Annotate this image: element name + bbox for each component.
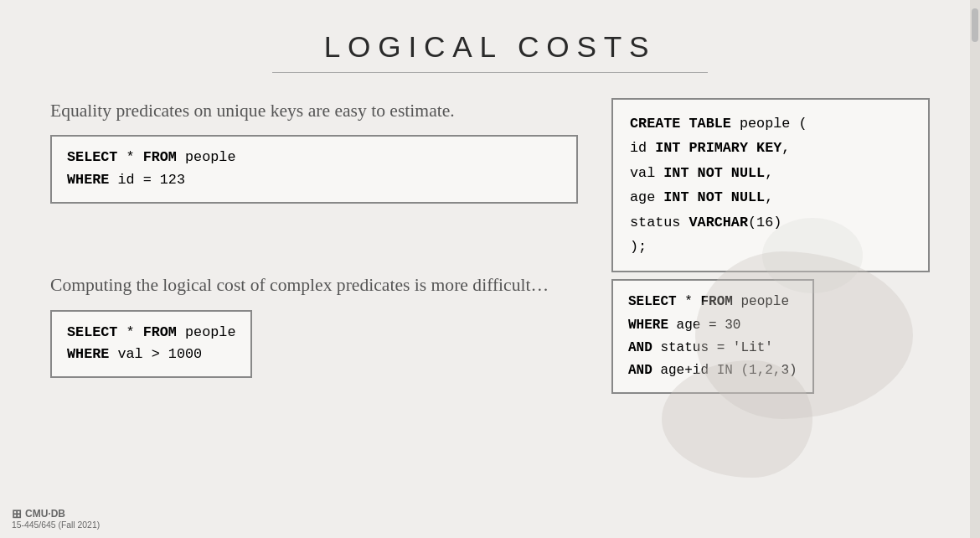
select-rest-2: * bbox=[117, 324, 142, 340]
code-line-3: SELECT * FROM people bbox=[67, 322, 235, 344]
cq-line-2: WHERE age = 30 bbox=[628, 314, 797, 337]
cq-line-3: AND status = 'Lit' bbox=[628, 337, 797, 360]
create-table-box: CREATE TABLE people ( id INT PRIMARY KEY… bbox=[611, 98, 930, 272]
where-kw-1: WHERE bbox=[67, 172, 109, 188]
ct-id-indent: id bbox=[630, 140, 655, 156]
create-table-kw: CREATE TABLE bbox=[630, 116, 731, 132]
ct-id-comma: , bbox=[781, 140, 790, 156]
ct-line-1: CREATE TABLE people ( bbox=[630, 111, 911, 136]
simple-query-box-1: SELECT * FROM people WHERE id = 123 bbox=[50, 135, 578, 204]
footer-course: 15-445/645 (Fall 2021) bbox=[12, 520, 100, 530]
footer-logo: ⊞ CMU·DB bbox=[12, 507, 100, 520]
cq-line-1: SELECT * FROM people bbox=[628, 291, 797, 313]
cmu-db-icon: ⊞ bbox=[12, 507, 22, 520]
from-kw-1: FROM bbox=[143, 149, 177, 165]
footer: ⊞ CMU·DB 15-445/645 (Fall 2021) bbox=[12, 507, 100, 530]
cq-and-kw-2: AND bbox=[628, 363, 652, 378]
from-rest-1: people bbox=[177, 149, 236, 165]
cq-where-rest: age = 30 bbox=[668, 318, 740, 333]
bottom-right-col: SELECT * FROM people WHERE age = 30 AND … bbox=[611, 272, 930, 394]
code-line-2: WHERE id = 123 bbox=[67, 169, 561, 192]
ct-line-2: id INT PRIMARY KEY, bbox=[630, 136, 911, 160]
ct-line-4: age INT NOT NULL, bbox=[630, 185, 911, 210]
cq-line-4: AND age+id IN (1,2,3) bbox=[628, 360, 797, 382]
bottom-row: Computing the logical cost of complex pr… bbox=[0, 272, 980, 401]
scrollbar[interactable] bbox=[970, 0, 980, 538]
ct-age-indent: age bbox=[630, 189, 663, 205]
scrollbar-thumb[interactable] bbox=[972, 8, 978, 42]
ct-line-6: ); bbox=[630, 235, 911, 259]
ct-close: ); bbox=[630, 239, 647, 255]
from-kw-2: FROM bbox=[143, 324, 177, 340]
where-kw-2: WHERE bbox=[67, 346, 109, 362]
ct-id-kw: INT PRIMARY KEY bbox=[655, 140, 781, 156]
ct-val-kw: INT NOT NULL bbox=[663, 165, 765, 181]
title-divider bbox=[272, 72, 708, 73]
ct-line-5: status VARCHAR(16) bbox=[630, 210, 911, 235]
cq-from-kw: FROM bbox=[700, 294, 732, 309]
cq-where-kw: WHERE bbox=[628, 318, 668, 333]
ct-status-rest: (16) bbox=[748, 215, 781, 230]
equality-text: Equality predicates on unique keys are e… bbox=[50, 98, 578, 123]
cq-from-rest: people bbox=[733, 294, 789, 309]
cq-and-rest-1: status = 'Lit' bbox=[652, 340, 773, 355]
ct-val-indent: val bbox=[630, 165, 663, 181]
from-rest-2: people bbox=[177, 324, 236, 340]
create-table-rest: people ( bbox=[731, 116, 807, 132]
left-column: Equality predicates on unique keys are e… bbox=[50, 98, 578, 272]
complex-query-box: SELECT * FROM people WHERE age = 30 AND … bbox=[611, 279, 814, 394]
cq-select-kw: SELECT bbox=[628, 294, 677, 309]
ct-val-comma: , bbox=[765, 165, 773, 181]
ct-age-comma: , bbox=[765, 189, 773, 205]
page-title: LOGICAL COSTS bbox=[0, 0, 980, 72]
select-kw-1: SELECT bbox=[67, 149, 117, 165]
ct-status-kw: VARCHAR bbox=[689, 215, 749, 230]
right-column-top: CREATE TABLE people ( id INT PRIMARY KEY… bbox=[611, 98, 930, 272]
complex-text: Computing the logical cost of complex pr… bbox=[50, 272, 578, 297]
cq-and-kw-1: AND bbox=[628, 340, 652, 355]
where-rest-2: val > 1000 bbox=[109, 346, 202, 362]
ct-status-indent: status bbox=[630, 215, 689, 230]
cq-select-rest: * bbox=[677, 294, 701, 309]
ct-age-kw: INT NOT NULL bbox=[663, 189, 765, 205]
select-kw-2: SELECT bbox=[67, 324, 117, 340]
bottom-left-col: Computing the logical cost of complex pr… bbox=[50, 272, 578, 401]
simple-query-box-2: SELECT * FROM people WHERE val > 1000 bbox=[50, 310, 252, 379]
cq-and-rest-2: age+id IN (1,2,3) bbox=[652, 363, 797, 378]
code-line-4: WHERE val > 1000 bbox=[67, 344, 235, 366]
code-line-1: SELECT * FROM people bbox=[67, 147, 561, 169]
where-rest-1: id = 123 bbox=[109, 172, 185, 188]
select-rest-1: * bbox=[117, 149, 142, 165]
main-content: Equality predicates on unique keys are e… bbox=[0, 98, 980, 272]
ct-line-3: val INT NOT NULL, bbox=[630, 161, 911, 185]
footer-logo-text: CMU·DB bbox=[25, 508, 65, 520]
